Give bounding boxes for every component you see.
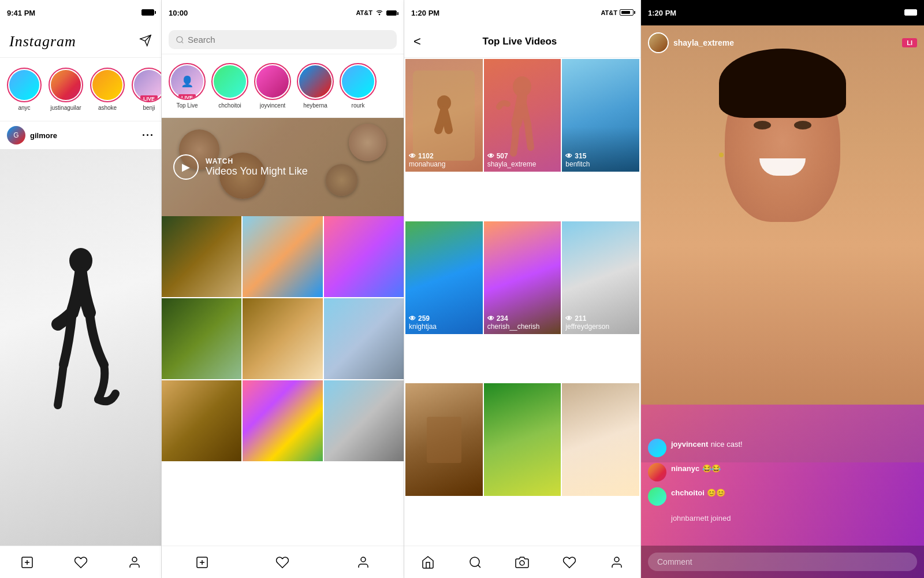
comment-username-ninanyc: ninanyc [671, 464, 699, 473]
story-label-ashoke: ashoke [98, 105, 117, 111]
story-item-ashoke[interactable]: ashoke [90, 68, 125, 111]
live-videos-header: < Top Live Videos [404, 25, 640, 58]
time-3: 1:20 PM [411, 9, 439, 17]
story-item-benji[interactable]: LIVE benji [132, 68, 161, 111]
story-joyvincent[interactable]: joyvincent [254, 63, 291, 109]
comment-text-chchoitoi: 😊😊 [707, 488, 725, 497]
live-cell-knightjaa[interactable]: 👁259 knightjaa [405, 221, 483, 334]
live-info-knightjaa: 👁259 knightjaa [409, 314, 479, 331]
svg-point-18 [520, 561, 524, 565]
story-top-live[interactable]: 👤 LIVE Top Live [169, 63, 206, 109]
watch-title: Videos You Might Like [206, 165, 308, 177]
play-button[interactable]: ▶ [173, 154, 199, 180]
comment-avatar-joyvincent [648, 439, 666, 457]
story-label-joyvincent: joyvincent [260, 102, 285, 109]
search-nav-3[interactable] [463, 550, 488, 575]
search-stories: 👤 LIVE Top Live chchoitoi joyvincent hey… [162, 54, 404, 118]
screen-live-stream: 1:20 PM [641, 0, 924, 578]
grid-cell-5[interactable] [324, 298, 404, 379]
live-cell-benfitch[interactable]: 👁315 benfitch [562, 59, 639, 172]
comment-username-joyvincent: joyvincent [671, 440, 708, 449]
grid-cell-0[interactable] [162, 216, 241, 297]
battery-icon-1 [141, 9, 154, 17]
join-notice: johnbarnett joined [648, 512, 917, 525]
watch-overlay: ▶ WATCH Videos You Might Like [162, 118, 404, 216]
profile-nav-item[interactable] [122, 550, 147, 575]
nav-bar-1: Instagram [0, 25, 161, 58]
screen-search: 10:00 AT&T � [162, 0, 404, 578]
add-nav-item[interactable] [14, 550, 40, 575]
live-stream-header: shayla_extreme LI [641, 25, 924, 60]
live-stream-badge: LI [902, 38, 917, 47]
live-cell-8[interactable] [484, 383, 561, 496]
grid-cell-8[interactable] [324, 380, 404, 461]
story-item-justina[interactable]: justinaguilar [49, 68, 83, 111]
svg-line-17 [478, 565, 480, 567]
svg-point-16 [470, 557, 479, 566]
screen-live-videos: 1:20 PM AT&T < Top Live Videos [404, 0, 641, 578]
live-user-avatar [648, 32, 669, 53]
comment-text-ninanyc: 😂😂 [702, 464, 721, 473]
live-info-shayla: 👁507 shayla_extreme [487, 152, 558, 168]
comment-text-joyvincent: nice cast! [711, 440, 743, 449]
grid-cell-6[interactable] [162, 380, 241, 461]
profile-nav-3[interactable] [604, 550, 629, 575]
post-image [0, 149, 161, 546]
bottom-nav-2 [162, 546, 404, 578]
live-cell-jeffrey[interactable]: 👁211 jeffreydgerson [562, 221, 639, 334]
grid-cell-2[interactable] [324, 216, 404, 297]
back-button[interactable]: < [413, 34, 421, 49]
svg-point-6 [132, 557, 137, 562]
carrier-2: AT&T [356, 9, 372, 16]
live-cell-9[interactable] [562, 383, 639, 496]
svg-point-8 [177, 36, 182, 42]
heart-nav-2[interactable] [270, 550, 295, 575]
watch-banner[interactable]: ▶ WATCH Videos You Might Like [162, 118, 404, 216]
story-rourk[interactable]: rourk [340, 63, 377, 109]
comment-joyvincent: joyvincent nice cast! [648, 439, 917, 457]
battery-icon-3 [620, 9, 634, 17]
comment-avatar-ninanyc [648, 463, 666, 481]
live-video-grid: 👁1102 monahuang 👁507 shayla_extreme [404, 58, 640, 546]
add-nav-2[interactable] [189, 550, 215, 575]
time-2: 10:00 [169, 9, 188, 17]
grid-cell-4[interactable] [243, 298, 322, 379]
screen-feed: 9:41 PM Instagram anyc justi [0, 0, 162, 578]
post-username: gilmore [30, 131, 57, 140]
live-cell-cherish[interactable]: 👁234 cherish__cherish [484, 221, 561, 334]
grid-cell-1[interactable] [243, 216, 322, 297]
grid-cell-3[interactable] [162, 298, 241, 379]
time-4: 1:20 PM [648, 9, 676, 17]
comment-chchoitoi: chchoitoi 😊😊 [648, 487, 917, 506]
live-stream-video: shayla_extreme LI joyvincent nice cast! [641, 25, 924, 578]
story-item-anyc[interactable]: anyc [7, 68, 42, 111]
comment-input-bar: Comment [641, 546, 924, 578]
status-bar-4: 1:20 PM [641, 0, 924, 25]
post-avatar: G [7, 126, 25, 144]
more-icon[interactable]: ··· [142, 129, 154, 142]
live-cell-shayla[interactable]: 👁507 shayla_extreme [484, 59, 561, 172]
camera-nav-3[interactable] [509, 550, 535, 575]
post-header: G gilmore ··· [0, 121, 161, 149]
heart-nav-3[interactable] [557, 550, 582, 575]
live-videos-title: Top Live Videos [430, 36, 609, 47]
top-live-badge: LIVE [178, 94, 196, 100]
heart-nav-item[interactable] [68, 550, 94, 575]
home-nav-3[interactable] [415, 550, 441, 575]
comment-ninanyc: ninanyc 😂😂 [648, 463, 917, 481]
comment-input[interactable]: Comment [648, 553, 917, 571]
profile-nav-2[interactable] [351, 550, 376, 575]
comment-username-chchoitoi: chchoitoi [671, 488, 705, 497]
grid-cell-7[interactable] [243, 380, 322, 461]
search-bar[interactable] [169, 30, 397, 49]
stories-row-1: anyc justinaguilar ashoke LIVE benji [0, 58, 161, 121]
live-info-cherish: 👁234 cherish__cherish [487, 314, 558, 331]
live-cell-monahuang[interactable]: 👁1102 monahuang [405, 59, 483, 172]
story-label-benji: benji [143, 105, 155, 111]
story-heyberna[interactable]: heyberna [297, 63, 334, 109]
direct-icon[interactable] [139, 34, 152, 49]
search-input[interactable] [188, 35, 390, 45]
story-chchoitoi[interactable]: chchoitoi [211, 63, 248, 109]
search-bar-container [162, 25, 404, 54]
live-cell-7[interactable] [405, 383, 483, 496]
